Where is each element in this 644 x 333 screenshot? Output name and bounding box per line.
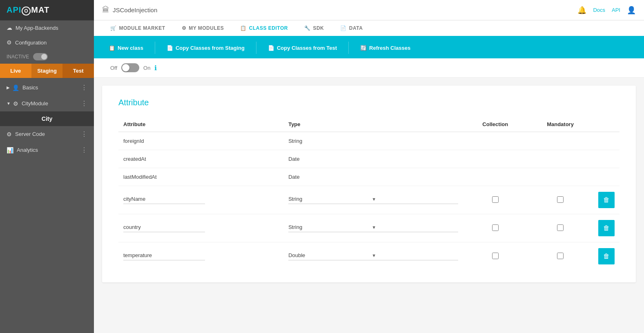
mandatory-checkbox[interactable] (557, 224, 564, 231)
collection-checkbox[interactable] (492, 196, 499, 203)
more-options-icon[interactable]: ⋮ (81, 100, 87, 107)
tab-my-modules[interactable]: ⚙ MY MODULES (174, 20, 232, 37)
sidebar-item-label: Server Code (15, 131, 45, 137)
attr-type: Date (283, 168, 463, 186)
mandatory-checkbox[interactable] (557, 196, 564, 203)
sidebar-item-label: Configuration (15, 40, 47, 46)
attribute-table: Attribute Type Collection Mandatory fore… (118, 117, 619, 270)
attr-name-input[interactable] (123, 252, 205, 260)
sidebar-item-configuration[interactable]: ⚙ Configuration (0, 35, 94, 50)
attribute-section: Attribute Attribute Type Collection Mand… (102, 86, 636, 282)
mandatory-cell (527, 186, 593, 214)
table-row: createdAt Date (118, 150, 619, 168)
cloud-icon: ☁ (7, 24, 12, 31)
sidebar-item-city-module[interactable]: ▼ ⚙ CityModule ⋮ (0, 95, 94, 111)
editor-icon: 📋 (240, 25, 247, 31)
sidebar-item-analytics[interactable]: 📊 Analytics ⋮ (0, 142, 94, 158)
refresh-classes-button[interactable]: 🔄 Refresh Classes (354, 42, 417, 54)
collection-checkbox[interactable] (492, 224, 499, 231)
docs-link[interactable]: Docs (593, 7, 605, 13)
copy-from-staging-button[interactable]: 📄 Copy Classes from Staging (160, 42, 251, 54)
attr-actions (593, 132, 619, 150)
on-label: On (143, 65, 150, 71)
tab-data[interactable]: 📄 DATA (332, 20, 371, 37)
tab-class-editor[interactable]: 📋 CLASS EDITOR (232, 20, 296, 37)
off-on-toggle[interactable] (121, 63, 139, 72)
attr-name-input[interactable] (123, 196, 205, 204)
tab-sdk[interactable]: 🔧 SDK (296, 20, 332, 37)
notifications-icon[interactable]: 🔔 (577, 6, 586, 15)
table-row: String Date Double Integer Boolean ▼ (118, 214, 619, 242)
user-icon[interactable]: 👤 (627, 6, 636, 15)
separator (155, 42, 155, 54)
table-row: String Date Double Integer Boolean ▼ (118, 242, 619, 271)
attr-name: foreignId (118, 132, 283, 150)
api-link[interactable]: API (612, 7, 620, 13)
sidebar-item-my-app-backends[interactable]: ☁ My App-Backends (0, 20, 94, 35)
mandatory-checkbox[interactable] (557, 253, 564, 259)
table-row: String Date Double Integer Boolean ▼ (118, 186, 619, 214)
settings-icon: ⚙ (182, 25, 187, 31)
action-bar: 📋 New class 📄 Copy Classes from Staging … (94, 37, 644, 58)
sidebar-item-label: My App-Backends (16, 25, 58, 31)
chevron-down-icon: ▼ (372, 253, 376, 258)
copy-from-test-button[interactable]: 📄 Copy Classes from Test (261, 42, 343, 54)
attr-collection (463, 132, 527, 150)
type-select-temperature[interactable]: String Date Double Integer Boolean (288, 252, 370, 258)
attr-name-input[interactable] (123, 224, 205, 232)
gear-icon: ⚙ (13, 100, 18, 107)
tab-module-market[interactable]: 🛒 MODULE MARKET (102, 20, 174, 37)
env-tab-test[interactable]: Test (62, 64, 94, 78)
collection-cell (463, 214, 527, 242)
sidebar-item-label: Basics (22, 84, 38, 91)
collection-checkbox[interactable] (492, 253, 499, 259)
main-content: 🏛 JSCodeInjection 🔔 Docs API 👤 🛒 MODULE … (94, 0, 644, 333)
type-select-cityname[interactable]: String Date Double Integer Boolean (288, 196, 370, 202)
sdk-icon: 🔧 (304, 25, 311, 31)
nav-tabs: 🛒 MODULE MARKET ⚙ MY MODULES 📋 CLASS EDI… (94, 20, 644, 37)
trash-icon: 🗑 (603, 253, 610, 260)
more-options-icon[interactable]: ⋮ (81, 146, 87, 154)
new-class-button[interactable]: 📋 New class (102, 42, 150, 54)
type-select-wrapper: String Date Double Integer Boolean ▼ (288, 196, 458, 204)
sidebar: APIOMAT ☁ My App-Backends ⚙ Configuratio… (0, 0, 94, 333)
topbar-left: 🏛 JSCodeInjection (102, 6, 157, 14)
env-tab-staging[interactable]: Staging (31, 64, 63, 78)
sidebar-item-city[interactable]: City (0, 111, 94, 126)
copy-staging-icon: 📄 (167, 45, 173, 51)
attr-type-cell: String Date Double Integer Boolean ▼ (283, 186, 463, 214)
env-tab-live[interactable]: Live (0, 64, 31, 78)
collection-cell (463, 242, 527, 271)
copy-test-icon: 📄 (268, 45, 274, 51)
trash-icon: 🗑 (603, 196, 610, 204)
type-select-country[interactable]: String Date Double Integer Boolean (288, 224, 370, 230)
attr-type: String (283, 132, 463, 150)
mandatory-cell (527, 214, 593, 242)
attr-mandatory (527, 168, 593, 186)
info-icon[interactable]: ℹ (154, 64, 157, 72)
inactive-toggle[interactable] (33, 53, 48, 60)
separator (256, 42, 256, 54)
attr-collection (463, 150, 527, 168)
collection-cell (463, 186, 527, 214)
sidebar-item-server-code[interactable]: ⚙ Server Code ⋮ (0, 126, 94, 142)
delete-button[interactable]: 🗑 (598, 248, 615, 264)
delete-button[interactable]: 🗑 (598, 220, 615, 236)
sidebar-tree: ▶ 👤 Basics ⋮ ▼ ⚙ CityModule ⋮ City ⚙ Ser… (0, 78, 94, 160)
app-name: JSCodeInjection (113, 7, 157, 13)
logo-text: APIOMAT (7, 5, 49, 16)
more-options-icon[interactable]: ⋮ (81, 84, 87, 91)
delete-button[interactable]: 🗑 (598, 192, 615, 208)
more-options-icon[interactable]: ⋮ (81, 130, 87, 138)
attr-actions (593, 168, 619, 186)
table-row: lastModifiedAt Date (118, 168, 619, 186)
arrow-down-icon: ▼ (7, 101, 11, 106)
data-icon: 📄 (340, 25, 347, 31)
attr-name-cell (118, 186, 283, 214)
col-collection: Collection (463, 117, 527, 132)
refresh-icon: 🔄 (360, 45, 367, 51)
inactive-row: INACTIVE (0, 50, 94, 64)
chevron-down-icon: ▼ (372, 197, 376, 202)
topbar: 🏛 JSCodeInjection 🔔 Docs API 👤 (94, 0, 644, 20)
sidebar-item-basics[interactable]: ▶ 👤 Basics ⋮ (0, 80, 94, 95)
